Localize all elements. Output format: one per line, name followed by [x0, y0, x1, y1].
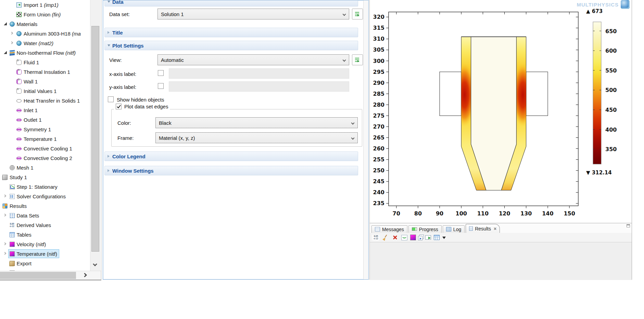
- section-header-color-legend[interactable]: Color Legend: [104, 151, 358, 161]
- tree-item-tables[interactable]: Tables: [0, 230, 90, 239]
- more-button[interactable]: [442, 237, 446, 241]
- tree-item-results[interactable]: Results: [0, 201, 90, 211]
- expand-arrow-icon[interactable]: [10, 32, 13, 35]
- tree-item-body[interactable]: Outlet 1: [15, 115, 44, 124]
- tree-item-temperature-1[interactable]: Temperature 1: [0, 134, 90, 144]
- tree-item-form-union[interactable]: Form Union (fin): [0, 10, 90, 19]
- tree-vertical-scroll-thumb[interactable]: [91, 26, 99, 252]
- tab-messages[interactable]: Messages: [371, 225, 407, 233]
- frame-combobox[interactable]: Material (x, y, z): [155, 132, 358, 143]
- tree-item-reports[interactable]: Reports: [0, 268, 90, 271]
- tree-item-body[interactable]: Solver Configurations: [8, 192, 68, 201]
- tab-results[interactable]: Results×: [466, 224, 500, 233]
- tree-item-water[interactable]: Water (mat2): [0, 38, 90, 48]
- selected-tree-item[interactable]: Temperature (nitf): [8, 249, 59, 258]
- plot-button[interactable]: [401, 235, 407, 240]
- tree-item-body[interactable]: Study 1: [1, 173, 29, 182]
- tree-item-body[interactable]: Export: [8, 259, 34, 268]
- tree-item-body[interactable]: Thermal Insulation 1: [15, 67, 72, 76]
- collapse-arrow-icon[interactable]: [4, 51, 7, 54]
- scroll-down-icon[interactable]: [93, 262, 97, 266]
- expand-arrow-icon[interactable]: [3, 195, 6, 197]
- tree-item-materials[interactable]: Materials: [0, 19, 90, 29]
- section-header-title[interactable]: Title: [104, 28, 358, 37]
- tree-item-body[interactable]: Inlet 1: [15, 106, 40, 115]
- tree-item-body[interactable]: Wall 1: [15, 77, 40, 86]
- tree-item-import-1[interactable]: Import 1 (imp1): [0, 0, 90, 10]
- tree-item-body[interactable]: Non-Isothermal Flow (nitf): [8, 48, 78, 57]
- x-axis-checkbox[interactable]: [158, 70, 164, 76]
- tree-item-body[interactable]: Convective Cooling 2: [15, 154, 74, 162]
- expand-arrow-icon[interactable]: [3, 242, 6, 245]
- section-header-data[interactable]: Data: [104, 0, 358, 6]
- tree-item-body[interactable]: Reports: [8, 268, 37, 271]
- tree-item-body[interactable]: Fluid 1: [15, 58, 41, 67]
- tree-item-body[interactable]: Heat Transfer in Solids 1: [15, 96, 82, 105]
- tree-item-outlet-1[interactable]: Outlet 1: [0, 115, 90, 124]
- collapse-arrow-icon[interactable]: [4, 22, 7, 25]
- tree-item-body[interactable]: Symmetry 1: [15, 125, 53, 134]
- view-go-to-source-button[interactable]: [352, 54, 363, 65]
- tree-item-step-1-stationary[interactable]: Step 1: Stationary: [0, 182, 90, 191]
- tab-progress[interactable]: Progress: [408, 225, 442, 233]
- section-header-window-settings[interactable]: Window Settings: [104, 166, 358, 175]
- tree-item-body[interactable]: Materials: [8, 19, 40, 28]
- tree-item-aluminum-3003-h18[interactable]: Aluminum 3003-H18 (ma: [0, 29, 90, 38]
- duplicate-button[interactable]: [418, 236, 422, 240]
- show-hidden-objects-checkbox[interactable]: [108, 96, 114, 102]
- tree-item-body[interactable]: Temperature 1: [15, 134, 59, 143]
- restore-icon[interactable]: [627, 224, 630, 227]
- tree-item-fluid-1[interactable]: Fluid 1: [0, 57, 90, 67]
- tree-item-body[interactable]: Data Sets: [8, 211, 41, 220]
- tree-item-velocity-nitf[interactable]: Velocity (nitf): [0, 239, 90, 249]
- tree-item-inlet-1[interactable]: Inlet 1: [0, 105, 90, 115]
- tree-item-solver-configurations[interactable]: Solver Configurations: [0, 191, 90, 201]
- tree-item-non-isothermal-flow[interactable]: Non-Isothermal Flow (nitf): [0, 48, 90, 57]
- table-button[interactable]: [434, 235, 440, 240]
- tree-item-symmetry-1[interactable]: Symmetry 1: [0, 124, 90, 134]
- scroll-right-icon[interactable]: [83, 273, 87, 277]
- tree-item-convective-cooling-2[interactable]: Convective Cooling 2: [0, 153, 90, 163]
- expand-arrow-icon[interactable]: [3, 214, 6, 216]
- tree-item-body[interactable]: Water (mat2): [15, 39, 55, 48]
- tree-item-body[interactable]: Tables: [8, 230, 34, 239]
- color-plot-button[interactable]: [410, 235, 416, 240]
- export-button[interactable]: [425, 235, 431, 240]
- close-tab-icon[interactable]: ×: [494, 226, 496, 231]
- tree-item-body[interactable]: Initial Values 1: [15, 87, 59, 95]
- color-combobox[interactable]: Black: [155, 117, 358, 128]
- temperature-plot[interactable]: 2352402452502552602652702752802852902953…: [370, 0, 632, 223]
- clear-button[interactable]: [382, 234, 389, 241]
- graphics-canvas[interactable]: 2352402452502552602652702752802852902953…: [370, 0, 632, 223]
- tree-item-body[interactable]: Aluminum 3003-H18 (ma: [15, 29, 83, 38]
- dataset-go-to-source-button[interactable]: [352, 9, 363, 19]
- tree-horizontal-scrollbar[interactable]: [0, 271, 101, 280]
- y-axis-input[interactable]: [169, 81, 349, 92]
- tree-item-body[interactable]: Import 1 (imp1): [15, 0, 61, 9]
- settings-scrollbar[interactable]: [363, 0, 368, 279]
- expand-arrow-icon[interactable]: [3, 252, 6, 255]
- tree-item-temperature-nitf[interactable]: Temperature (nitf): [0, 249, 90, 258]
- tree-item-body[interactable]: 8.85e-12Derived Values: [8, 221, 53, 229]
- section-header-plot-settings[interactable]: Plot Settings: [104, 41, 358, 50]
- tab-log[interactable]: Log: [443, 225, 465, 233]
- expand-arrow-icon[interactable]: [10, 41, 13, 44]
- tree-item-body[interactable]: Convective Cooling 1: [15, 144, 74, 153]
- view-combobox[interactable]: Automatic: [157, 54, 349, 65]
- remove-button[interactable]: [392, 234, 399, 241]
- evaluate-button[interactable]: 8.85e-12: [372, 235, 379, 240]
- tree-item-thermal-insulation-1[interactable]: Thermal Insulation 1: [0, 67, 90, 77]
- tree-horizontal-scroll-thumb[interactable]: [0, 272, 76, 279]
- tree-item-body[interactable]: Results: [1, 201, 29, 210]
- tree-item-mesh-1[interactable]: Mesh 1: [0, 163, 90, 172]
- y-axis-checkbox[interactable]: [158, 83, 164, 89]
- plot-data-set-edges-checkbox[interactable]: [116, 104, 122, 109]
- tree-item-body[interactable]: Step 1: Stationary: [8, 182, 60, 191]
- tree-item-data-sets[interactable]: Data Sets: [0, 211, 90, 220]
- tree-item-body[interactable]: Velocity (nitf): [8, 240, 48, 249]
- dataset-combobox[interactable]: Solution 1: [157, 9, 349, 19]
- tree-vertical-scrollbar[interactable]: [90, 0, 100, 271]
- tree-item-export[interactable]: Export: [0, 258, 90, 268]
- tree-item-initial-values-1[interactable]: Initial Values 1: [0, 86, 90, 96]
- tree-item-convective-cooling-1[interactable]: Convective Cooling 1: [0, 144, 90, 153]
